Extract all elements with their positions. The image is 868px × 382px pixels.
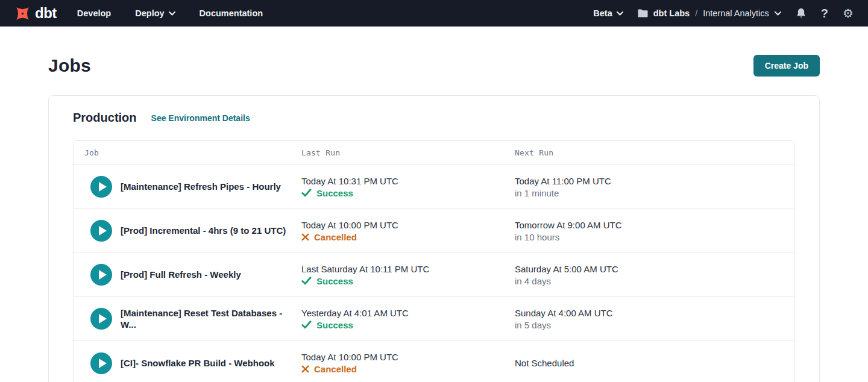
run-now-button[interactable] xyxy=(90,308,112,330)
success-icon xyxy=(301,189,312,197)
chevron-down-icon xyxy=(617,11,623,16)
account-breadcrumb[interactable]: dbt Labs / Internal Analytics xyxy=(638,8,781,18)
play-cell xyxy=(74,176,121,198)
job-name[interactable]: [Prod] Full Refresh - Weekly xyxy=(121,269,301,281)
next-run-cell: Sunday At 4:00 AM UTC in 5 days xyxy=(515,308,720,330)
row-chevron-cell xyxy=(720,225,795,237)
last-run-cell: Today At 10:31 PM UTC Success xyxy=(301,176,515,198)
project-name: Internal Analytics xyxy=(703,8,769,18)
bell-icon xyxy=(796,8,807,19)
last-run-status: Success xyxy=(301,276,515,286)
play-cell xyxy=(74,308,121,330)
play-cell xyxy=(74,264,121,286)
last-run-cell: Last Saturday At 10:11 PM UTC Success xyxy=(301,264,515,286)
page-title: Jobs xyxy=(48,55,91,76)
last-run-cell: Today At 10:00 PM UTC Cancelled xyxy=(301,352,515,374)
dbt-logo-text: dbt xyxy=(35,6,57,20)
create-job-button[interactable]: Create Job xyxy=(753,55,820,77)
next-run-relative: in 10 hours xyxy=(515,232,720,242)
job-row[interactable]: [Maintenance] Reset Test Databases - W..… xyxy=(74,297,794,341)
play-cell xyxy=(74,220,121,242)
job-name[interactable]: [Maintenance] Refresh Pipes - Hourly xyxy=(121,181,301,193)
navbar-right: Beta dbt Labs / Internal Analytics ? ⚙ xyxy=(593,7,854,20)
next-run-relative: in 1 minute xyxy=(515,188,720,198)
jobs-table: Job Last Run Next Run [Maintenance] Refr… xyxy=(73,140,795,382)
beta-label: Beta xyxy=(593,8,612,18)
last-run-cell: Yesterday At 4:01 AM UTC Success xyxy=(301,308,515,330)
next-run-time: Sunday At 4:00 AM UTC xyxy=(515,308,720,318)
run-now-button[interactable] xyxy=(90,352,112,374)
nav-item-deploy[interactable]: Deploy xyxy=(135,8,175,18)
gear-icon: ⚙ xyxy=(843,7,854,19)
last-run-status-label: Success xyxy=(316,188,353,198)
last-run-status-label: Cancelled xyxy=(314,232,357,242)
breadcrumb-separator: / xyxy=(695,8,697,18)
nav-item-documentation[interactable]: Documentation xyxy=(200,8,263,18)
run-now-button[interactable] xyxy=(90,220,112,242)
help-button[interactable]: ? xyxy=(821,7,828,20)
play-icon xyxy=(99,270,107,280)
settings-button[interactable]: ⚙ xyxy=(843,7,854,19)
nav-links: Develop Deploy Documentation xyxy=(77,8,263,18)
job-row[interactable]: [CI]- Snowflake PR Build - Webhook Today… xyxy=(74,341,794,382)
next-run-relative: in 5 days xyxy=(515,320,720,330)
success-icon xyxy=(301,321,312,329)
play-cell xyxy=(74,352,121,374)
last-run-time: Last Saturday At 10:11 PM UTC xyxy=(301,264,515,274)
job-name[interactable]: [Prod] Incremental - 4hrs (9 to 21 UTC) xyxy=(121,225,301,237)
job-row[interactable]: [Prod] Incremental - 4hrs (9 to 21 UTC) … xyxy=(74,209,794,253)
next-run-time: Saturday At 5:00 AM UTC xyxy=(515,264,720,274)
column-header-last-run: Last Run xyxy=(301,148,515,157)
dbt-logo[interactable]: dbt xyxy=(14,5,57,22)
play-icon xyxy=(99,359,107,368)
last-run-status-label: Cancelled xyxy=(314,364,357,374)
next-run-time: Tomorrow At 9:00 AM UTC xyxy=(515,220,720,230)
chevron-down-icon xyxy=(169,11,175,16)
row-chevron-cell xyxy=(720,357,795,369)
last-run-cell: Today At 10:00 PM UTC Cancelled xyxy=(301,220,515,242)
account-name: dbt Labs xyxy=(653,8,690,18)
page-header: Jobs Create Job xyxy=(48,55,820,77)
beta-dropdown[interactable]: Beta xyxy=(593,8,623,18)
job-name[interactable]: [Maintenance] Reset Test Databases - W..… xyxy=(121,307,301,331)
next-run-time: Today At 11:00 PM UTC xyxy=(515,176,720,186)
last-run-status-label: Success xyxy=(316,276,353,286)
last-run-status: Success xyxy=(301,188,515,198)
notifications-button[interactable] xyxy=(796,8,807,19)
column-header-job: Job xyxy=(74,148,301,157)
last-run-status-label: Success xyxy=(316,320,353,330)
play-icon xyxy=(99,314,107,324)
nav-item-develop[interactable]: Develop xyxy=(77,8,111,18)
environment-name: Production xyxy=(73,111,137,125)
run-now-button[interactable] xyxy=(90,176,112,198)
play-icon xyxy=(99,182,107,192)
next-run-relative: in 4 days xyxy=(515,276,720,286)
job-name[interactable]: [CI]- Snowflake PR Build - Webhook xyxy=(121,357,301,369)
main-content: Jobs Create Job Production See Environme… xyxy=(0,55,868,382)
last-run-status: Success xyxy=(301,320,515,330)
top-navbar: dbt Develop Deploy Documentation Beta db… xyxy=(0,0,868,27)
last-run-status: Cancelled xyxy=(301,364,515,374)
next-run-cell: Tomorrow At 9:00 AM UTC in 10 hours xyxy=(515,220,720,242)
next-run-cell: Today At 11:00 PM UTC in 1 minute xyxy=(515,176,720,198)
last-run-time: Today At 10:00 PM UTC xyxy=(301,220,515,230)
run-now-button[interactable] xyxy=(90,264,112,286)
cancelled-icon xyxy=(301,233,309,241)
environment-details-link[interactable]: See Environment Details xyxy=(151,113,250,123)
job-row[interactable]: [Prod] Full Refresh - Weekly Last Saturd… xyxy=(74,253,794,297)
success-icon xyxy=(301,277,312,285)
folder-icon xyxy=(638,9,648,17)
nav-item-deploy-label: Deploy xyxy=(135,8,164,18)
play-icon xyxy=(99,226,107,236)
dbt-logo-icon xyxy=(14,5,31,22)
column-header-next-run: Next Run xyxy=(515,148,720,157)
jobs-table-body: [Maintenance] Refresh Pipes - Hourly Tod… xyxy=(74,165,794,382)
last-run-time: Today At 10:31 PM UTC xyxy=(301,176,515,186)
last-run-time: Yesterday At 4:01 AM UTC xyxy=(301,308,515,318)
environment-card: Production See Environment Details Job L… xyxy=(48,95,820,382)
last-run-time: Today At 10:00 PM UTC xyxy=(301,352,515,362)
job-row[interactable]: [Maintenance] Refresh Pipes - Hourly Tod… xyxy=(74,165,794,209)
row-chevron-cell xyxy=(720,181,795,193)
jobs-table-header: Job Last Run Next Run xyxy=(74,141,794,165)
chevron-down-icon xyxy=(775,11,781,16)
